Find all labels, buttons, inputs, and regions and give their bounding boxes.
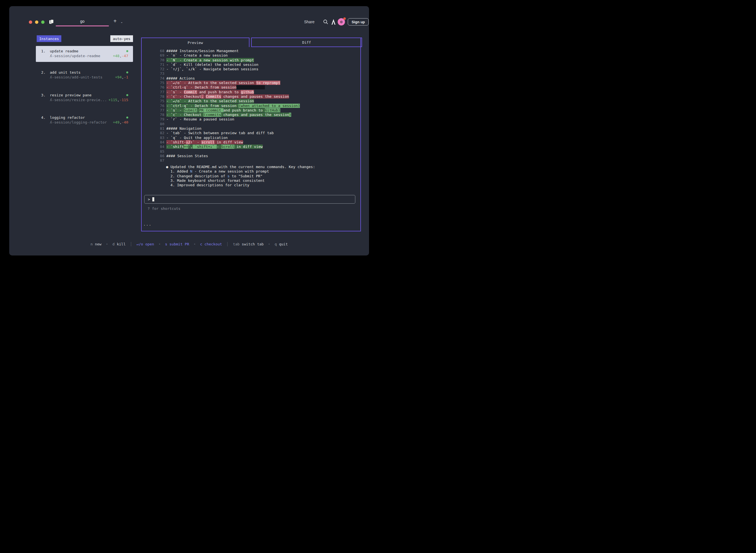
- line-number: 84: [142, 140, 164, 145]
- signup-button[interactable]: Sign up: [348, 18, 369, 25]
- summary-line: ● Updated the README.md with the current…: [166, 165, 315, 169]
- diff-stats: +94,-1: [115, 75, 128, 80]
- status-dot-icon: [126, 116, 128, 118]
- instance-item[interactable]: 3.resize preview pane ʎ-session/resize-p…: [36, 93, 133, 102]
- line-number: 71: [142, 63, 164, 67]
- preview-pane: Preview Diff 68##### Instance/Session Ma…: [141, 38, 361, 231]
- instance-item[interactable]: 4.logging refactor ʎ-session/logging-ref…: [36, 115, 133, 125]
- line-number: 68: [142, 49, 164, 53]
- instance-item[interactable]: 1.update readme ʎ-session/update-readme+…: [36, 46, 133, 62]
- assistant-summary: ● Updated the README.md with the current…: [166, 165, 315, 187]
- line-number: 76: [142, 85, 164, 90]
- diff-line: 75- `↵/o` - Attach to the selected sessi…: [142, 81, 360, 85]
- line-number: 78: [142, 94, 164, 99]
- diff-stats: +49,-40: [113, 120, 128, 125]
- summary-line: 3. Made keyboard shortcut format consist…: [166, 178, 315, 183]
- line-number: 80: [142, 122, 164, 126]
- close-button[interactable]: [29, 20, 32, 24]
- line-number: 81: [142, 126, 164, 131]
- menu-item[interactable]: ↵/o: [136, 242, 143, 246]
- line-number: 75: [142, 81, 164, 85]
- diff-line: 79- `r` - Resume a paused session: [142, 117, 360, 122]
- tab-active-underline: [56, 25, 109, 26]
- diff-line: 87: [142, 158, 360, 163]
- diff-stats: +48,-47: [113, 54, 128, 58]
- diff-line: 75- `↵/o` - Attach to the selected sessi…: [142, 99, 360, 103]
- instance-title: add unit tests: [50, 70, 81, 75]
- diff-line: 78- `c` - Checkout. Commits changes and …: [142, 94, 360, 99]
- diff-line: 76- `ctrl-q` - Detach from session (when…: [142, 104, 360, 108]
- tab-preview[interactable]: Preview: [141, 37, 250, 47]
- menu-separator: •: [264, 242, 275, 246]
- instance-index: 4.: [41, 115, 50, 120]
- line-number: 76: [142, 104, 164, 108]
- instance-index: 3.: [41, 93, 50, 97]
- minimize-button[interactable]: [35, 20, 38, 24]
- instance-item[interactable]: 2.add unit tests ʎ-session/add-unit-test…: [36, 70, 133, 80]
- menu-item[interactable]: kill: [114, 242, 125, 246]
- search-icon[interactable]: [323, 19, 328, 25]
- line-number: 72: [142, 67, 164, 71]
- menu-item[interactable]: tab: [233, 242, 240, 246]
- line-number: 78: [142, 112, 164, 117]
- diff-line: 83- `q` - Quit the application: [142, 136, 360, 140]
- line-number: 84: [142, 145, 164, 149]
- instance-index: 2.: [41, 70, 50, 75]
- status-dot-icon: [126, 94, 128, 96]
- line-number: 79: [142, 117, 164, 122]
- menu-item[interactable]: open: [143, 242, 154, 246]
- diff-line: 80: [142, 122, 360, 126]
- prompt-input[interactable]: >: [144, 195, 355, 204]
- menu-separator: •: [154, 242, 165, 246]
- pages-icon[interactable]: [49, 19, 54, 24]
- status-dot-icon: [126, 71, 128, 73]
- menu-separator: •: [189, 242, 200, 246]
- tab-title[interactable]: go: [56, 19, 109, 23]
- instance-branch: ʎ-session/logging-refactor: [50, 120, 107, 125]
- tab-diff[interactable]: Diff: [251, 37, 362, 47]
- line-number: 87: [142, 158, 164, 163]
- diff-line: 78- `c` - Checkout (commits changes and …: [142, 112, 360, 117]
- menu-item[interactable]: submit PR: [167, 242, 189, 246]
- menu-item[interactable]: q: [275, 242, 277, 246]
- share-button[interactable]: Share: [304, 20, 314, 24]
- titlebar: go + ⌄ Share ⚙ Sign up: [9, 6, 369, 20]
- overflow-ellipsis: ...: [144, 222, 152, 226]
- ai-icon[interactable]: [331, 19, 336, 25]
- line-number: 77: [142, 90, 164, 94]
- diff-line: 72- `↑/j`, `↓/k` - Navigate between sess…: [142, 67, 360, 71]
- menu-separator: │: [222, 242, 233, 246]
- instances-badge: Instances: [37, 35, 61, 42]
- diff-line: 74##### Actions: [142, 76, 360, 81]
- line-number: 75: [142, 99, 164, 103]
- menu-item[interactable]: checkout: [202, 242, 222, 246]
- text-cursor: [152, 197, 154, 202]
- summary-line: 4. Improved descriptions for clarity: [166, 183, 315, 187]
- shortcuts-hint: ? for shortcuts: [148, 207, 180, 211]
- menu-item[interactable]: n: [90, 242, 93, 246]
- new-tab-button[interactable]: +: [113, 18, 117, 24]
- menu-item[interactable]: quit: [277, 242, 288, 246]
- line-number: 74: [142, 76, 164, 81]
- zoom-button[interactable]: [41, 20, 44, 24]
- line-number: 69: [142, 53, 164, 58]
- screen: go + ⌄ Share ⚙ Sign up Instances auto-ye…: [0, 0, 378, 276]
- diff-line: 73: [142, 71, 360, 76]
- tab-list-chevron-icon[interactable]: ⌄: [120, 20, 123, 24]
- menu-item[interactable]: switch tab: [240, 242, 264, 246]
- prompt-symbol: >: [148, 197, 152, 202]
- menu-separator: •: [101, 242, 112, 246]
- auto-yes-badge[interactable]: auto-yes: [110, 35, 133, 42]
- diff-line: 81##### Navigation: [142, 126, 360, 131]
- diff-line: 70- `N` - Create a new session with prom…: [142, 58, 360, 63]
- instance-title: resize preview pane: [50, 93, 92, 97]
- terminal-window: go + ⌄ Share ⚙ Sign up Instances auto-ye…: [9, 6, 369, 255]
- instance-branch: ʎ-session/update-readme: [50, 54, 100, 58]
- diff-line: 77- `s` - Commit and push branch to gith…: [142, 90, 360, 94]
- menu-separator: │: [125, 242, 136, 246]
- diff-line: 82- `tab` - Switch between preview tab a…: [142, 131, 360, 135]
- diff-line: 86#### Session States: [142, 154, 360, 158]
- status-dot-icon: [126, 50, 128, 52]
- summary-line: 1. Added N - Create a new session with p…: [166, 169, 315, 174]
- menu-item[interactable]: new: [93, 242, 101, 246]
